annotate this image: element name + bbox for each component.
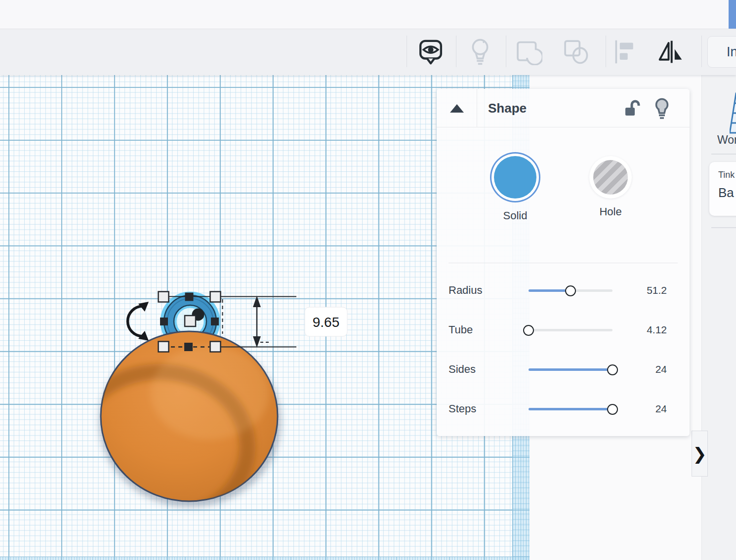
sidebar-divider <box>711 227 736 228</box>
hidden-objects-icon <box>467 38 493 66</box>
mid-handle-bottom <box>184 343 193 351</box>
solid-label: Solid <box>476 209 555 222</box>
slider-fill <box>529 368 613 371</box>
show-hidden-button[interactable] <box>466 38 494 66</box>
slider-value: 4.12 <box>647 324 667 336</box>
slider-label: Tube <box>449 323 473 336</box>
slider-thumb[interactable] <box>607 364 618 375</box>
sidebar-collapse-button[interactable]: ❯ <box>692 431 708 477</box>
toolbar-separator <box>606 36 606 67</box>
show-all-button[interactable] <box>417 38 445 66</box>
slider-thumb[interactable] <box>565 285 576 296</box>
corner-handle-tr <box>210 292 221 302</box>
panel-title: Shape <box>488 101 527 116</box>
panel-divider <box>449 263 678 263</box>
import-label: In <box>727 44 736 60</box>
dimension-value: 9.65 <box>313 315 340 330</box>
library-title: Ba <box>718 185 736 200</box>
slider-value: 24 <box>655 363 667 375</box>
slider-row-radius: Radius 51.2 <box>437 271 690 311</box>
slider-value: 51.2 <box>647 284 667 296</box>
panel-collapse-button[interactable] <box>437 89 477 127</box>
slider-thumb[interactable] <box>607 404 618 415</box>
group-icon <box>515 39 542 65</box>
library-kicker: Tink <box>718 170 736 180</box>
hole-label: Hole <box>571 205 650 218</box>
hole-option[interactable]: Hole <box>571 152 650 218</box>
solid-option[interactable]: Solid <box>476 152 555 222</box>
lightbulb-icon[interactable] <box>653 97 671 120</box>
toolbar-separator <box>456 36 456 67</box>
sides-slider[interactable] <box>529 368 613 371</box>
workplane-icon[interactable] <box>730 90 736 136</box>
corner-handle-tl <box>159 292 169 302</box>
tube-slider[interactable] <box>529 329 613 331</box>
mid-handle-left <box>160 318 168 325</box>
group-button[interactable] <box>515 38 542 66</box>
slider-row-tube: Tube 4.12 <box>437 311 690 350</box>
steps-slider[interactable] <box>529 408 613 410</box>
corner-handle-bl <box>159 342 169 352</box>
tinkercad-editor: { "header": { "import_label": "In" }, "t… <box>0 0 736 560</box>
collapse-arrow-icon <box>450 104 464 113</box>
editor-toolbar: In <box>0 29 736 75</box>
slider-fill <box>529 408 613 410</box>
dimension-value-field[interactable]: 9.65 <box>305 307 347 336</box>
radius-slider[interactable] <box>529 289 613 292</box>
toolbar-separator <box>407 36 407 67</box>
center-scale-handle <box>185 316 196 326</box>
chevron-right-icon: ❯ <box>693 444 707 464</box>
panel-header: Shape <box>437 89 690 127</box>
slider-fill <box>529 289 571 292</box>
slider-thumb[interactable] <box>523 325 534 336</box>
workplane-label: Wor <box>717 133 736 147</box>
torus-shape-orange[interactable] <box>72 331 278 522</box>
slider-value: 24 <box>655 403 667 415</box>
align-button[interactable] <box>612 38 640 66</box>
corner-handle-br <box>210 342 221 352</box>
toolbar-separator <box>506 36 506 67</box>
slider-label: Steps <box>449 402 476 415</box>
align-icon <box>613 39 639 65</box>
selection-handles[interactable] <box>159 292 221 352</box>
ungroup-icon <box>562 39 590 65</box>
unlock-icon[interactable] <box>624 99 641 119</box>
shape-inspector-panel: Shape Solid Hole Radius <box>437 89 690 436</box>
topbar-accent-button[interactable] <box>729 0 736 29</box>
shape-library-selector[interactable]: Tink Ba <box>709 162 736 216</box>
mirror-icon <box>657 39 685 65</box>
mid-handle-top <box>185 293 194 301</box>
hole-swatch[interactable] <box>593 160 628 195</box>
mirror-button[interactable] <box>657 38 685 66</box>
toolbar-separator <box>701 36 702 67</box>
app-top-bar <box>0 0 736 29</box>
slider-row-sides: Sides 24 <box>437 350 690 390</box>
slider-label: Sides <box>449 363 476 376</box>
rotate-handle-icon[interactable] <box>128 302 149 341</box>
import-button[interactable]: In <box>707 36 736 68</box>
slider-label: Radius <box>449 284 482 297</box>
ungroup-button[interactable] <box>562 38 590 66</box>
right-sidebar <box>701 75 736 560</box>
slider-row-steps: Steps 24 <box>437 390 690 429</box>
mid-handle-right <box>211 318 219 325</box>
solid-swatch[interactable] <box>494 156 536 199</box>
show-all-icon <box>417 39 444 65</box>
sidebar-divider <box>711 154 736 155</box>
